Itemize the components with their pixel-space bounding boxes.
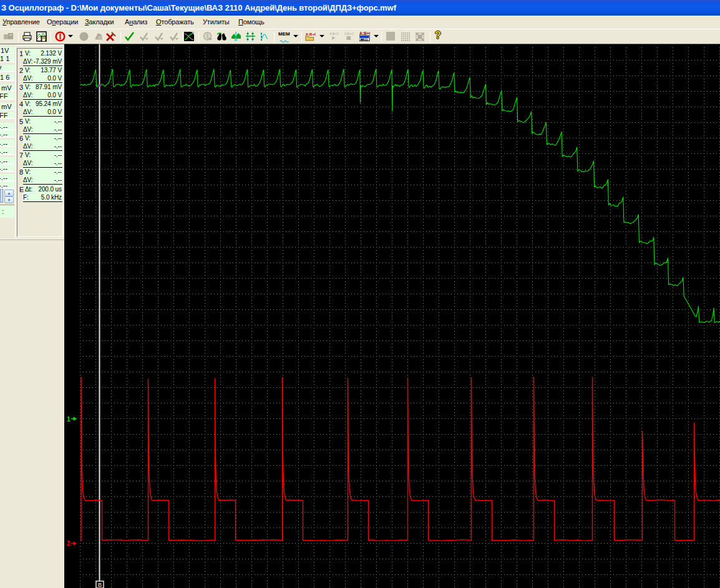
svg-text:1: 1 xyxy=(67,415,71,423)
svg-text:B: B xyxy=(98,582,102,588)
svg-text:A:B+C: A:B+C xyxy=(306,32,316,36)
svg-text:2: 2 xyxy=(67,539,71,547)
svg-text:A:B+C: A:B+C xyxy=(329,32,339,36)
svg-text:A:B+C: A:B+C xyxy=(359,31,370,36)
svg-text:A:B+C: A:B+C xyxy=(344,32,354,36)
